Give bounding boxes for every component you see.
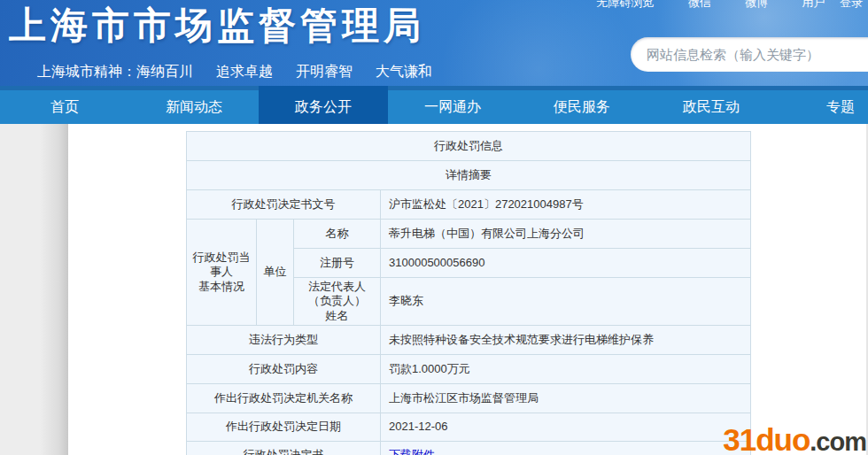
slogan-part: 上海城市精神：海纳百川 (37, 64, 193, 79)
download-attachment-link[interactable]: 下载附件 (389, 448, 435, 455)
user-link[interactable]: 用户 (802, 0, 825, 9)
decision-doc-cell: 下载附件 (381, 441, 751, 455)
site-title: 上海市市场监督管理局 (9, 1, 425, 50)
table-row: 作出行政处罚决定日期 2021-12-06 (187, 413, 751, 441)
decision-date-value: 2021-12-06 (381, 413, 751, 441)
legal-rep-value: 李晓东 (381, 278, 751, 326)
left-gutter (0, 124, 68, 455)
nav-item-public-services[interactable]: 便民服务 (517, 86, 647, 124)
table-subtitle: 详情摘要 (187, 161, 751, 190)
name-value: 蒂升电梯（中国）有限公司上海分公司 (381, 220, 751, 249)
table-row: 行政处罚内容 罚款1.0000万元 (187, 354, 751, 383)
table-title: 行政处罚信息 (187, 132, 751, 161)
penalty-info-table: 行政处罚信息 详情摘要 行政处罚决定书文号 沪市监松处〔2021〕2720210… (186, 131, 751, 455)
decision-doc-label: 行政处罚决定书 (187, 441, 381, 455)
table-row: 违法行为类型 未按照特种设备安全技术规范要求进行电梯维护保养 (187, 325, 751, 354)
slogan-part: 追求卓越 (216, 64, 273, 79)
penalty-content-label: 行政处罚内容 (187, 354, 381, 383)
site-banner: 无障碍浏览 微信 微博 用户 登录 上海市市场监督管理局 上海城市精神：海纳百川… (0, 0, 868, 86)
reg-no-label: 注册号 (294, 249, 381, 278)
violation-type-value: 未按照特种设备安全技术规范要求进行电梯维护保养 (381, 325, 751, 354)
penalty-content-value: 罚款1.0000万元 (381, 354, 751, 383)
table-row: 行政处罚决定书 下载附件 (187, 441, 751, 455)
authority-value: 上海市松江区市场监督管理局 (381, 383, 751, 413)
content-area: 行政处罚信息 详情摘要 行政处罚决定书文号 沪市监松处〔2021〕2720210… (0, 124, 868, 455)
reg-no-value: 310000500056690 (381, 249, 751, 278)
doc-no-value: 沪市监松处〔2021〕272021004987号 (381, 190, 751, 220)
table-row: 作出行政处罚决定机关名称 上海市松江区市场监督管理局 (187, 383, 751, 413)
login-link[interactable]: 登录 (840, 0, 863, 9)
violation-type-label: 违法行为类型 (187, 325, 381, 354)
party-basic-info-label: 行政处罚当事人 基本情况 (187, 220, 257, 326)
main-nav: 首页 新闻动态 政务公开 一网通办 便民服务 政民互动 专题 (0, 86, 868, 124)
name-label: 名称 (294, 220, 381, 249)
nav-item-one-stop[interactable]: 一网通办 (388, 86, 517, 124)
nav-item-topics[interactable]: 专题 (776, 86, 868, 124)
decision-date-label: 作出行政处罚决定日期 (187, 413, 381, 441)
watermark-brand: 31duo (723, 422, 810, 455)
nav-item-home[interactable]: 首页 (0, 86, 129, 124)
city-spirit-slogan: 上海城市精神：海纳百川追求卓越开明睿智大气谦和 (37, 63, 455, 81)
slogan-part: 大气谦和 (376, 64, 432, 79)
nav-item-gov-affairs[interactable]: 政务公开 (259, 86, 388, 124)
authority-label: 作出行政处罚决定机关名称 (187, 383, 381, 413)
watermark-suffix: .com (810, 428, 866, 455)
party-type-label: 单位 (257, 220, 294, 326)
wechat-link[interactable]: 微信 (688, 0, 711, 9)
nav-item-news[interactable]: 新闻动态 (129, 86, 259, 124)
legal-rep-label: 法定代表人（负责人） 姓名 (294, 278, 381, 326)
table-row: 行政处罚当事人 基本情况 单位 名称 蒂升电梯（中国）有限公司上海分公司 (187, 220, 751, 249)
doc-no-label: 行政处罚决定书文号 (187, 190, 381, 220)
weibo-link[interactable]: 微博 (745, 0, 768, 9)
slogan-part: 开明睿智 (296, 64, 353, 79)
nav-item-interaction[interactable]: 政民互动 (647, 86, 776, 124)
table-row: 行政处罚信息 (187, 132, 751, 161)
accessibility-link[interactable]: 无障碍浏览 (596, 0, 654, 9)
search-input[interactable] (631, 37, 868, 72)
watermark: 31duo.com (723, 424, 866, 455)
top-utility-links: 无障碍浏览 微信 微博 用户 登录 (566, 0, 863, 11)
table-row: 行政处罚决定书文号 沪市监松处〔2021〕272021004987号 (187, 190, 751, 220)
site-search-box (631, 37, 868, 72)
table-row: 详情摘要 (187, 161, 751, 190)
